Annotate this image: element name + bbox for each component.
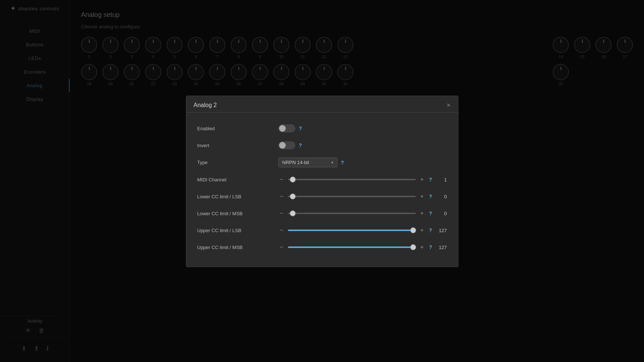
invert-toggle[interactable] — [278, 141, 295, 149]
upper-cc-lsb-value: 127 — [436, 228, 447, 233]
upper-cc-lsb-slider-fill — [288, 230, 416, 231]
midi-channel-plus-btn[interactable]: + — [419, 176, 425, 183]
invert-help-icon[interactable]: ? — [299, 142, 302, 148]
upper-cc-lsb-control: − + ? 127 — [278, 227, 447, 234]
upper-cc-msb-slider-thumb[interactable] — [410, 244, 416, 250]
lower-cc-lsb-help-icon[interactable]: ? — [429, 194, 432, 199]
midi-channel-minus-btn[interactable]: − — [278, 176, 285, 183]
lower-cc-msb-row: Lower CC limit / MSB − + ? 0 — [186, 205, 458, 222]
upper-cc-lsb-slider-container: − + — [278, 227, 425, 234]
lower-cc-msb-slider-track[interactable] — [288, 213, 416, 214]
lower-cc-msb-slider-thumb[interactable] — [290, 210, 296, 216]
lower-cc-lsb-minus-btn[interactable]: − — [278, 193, 285, 200]
type-help-icon[interactable]: ? — [341, 160, 344, 166]
lower-cc-lsb-label: Lower CC limit / LSB — [197, 194, 278, 199]
upper-cc-msb-label: Upper CC limit / MSB — [197, 245, 278, 250]
type-row: Type NRPN 14-bit ▾ ? — [186, 154, 458, 171]
upper-cc-msb-slider-track[interactable] — [288, 246, 416, 248]
midi-channel-control: − + ? 1 — [278, 176, 447, 183]
lower-cc-msb-help-icon[interactable]: ? — [429, 210, 432, 216]
upper-cc-lsb-row: Upper CC limit / LSB − + ? 127 — [186, 222, 458, 239]
lower-cc-msb-label: Lower CC limit / MSB — [197, 211, 278, 216]
upper-cc-lsb-slider-thumb[interactable] — [410, 227, 416, 233]
lower-cc-lsb-value: 0 — [436, 194, 447, 199]
midi-channel-help-icon[interactable]: ? — [429, 177, 432, 182]
analog-config-modal: Analog 2 × Enabled ? Invert ? Type NRPN … — [186, 96, 458, 267]
upper-cc-msb-control: − + ? 127 — [278, 244, 447, 251]
invert-row: Invert ? — [186, 137, 458, 154]
upper-cc-msb-value: 127 — [436, 245, 447, 250]
midi-channel-slider-container: − + — [278, 176, 425, 183]
lower-cc-lsb-slider-thumb[interactable] — [290, 194, 296, 199]
invert-toggle-knob — [279, 142, 286, 149]
upper-cc-msb-slider-fill — [288, 246, 416, 248]
midi-channel-slider-thumb[interactable] — [290, 177, 296, 182]
invert-control: ? — [278, 141, 447, 149]
upper-cc-lsb-plus-btn[interactable]: + — [419, 227, 425, 234]
lower-cc-msb-plus-btn[interactable]: + — [419, 210, 425, 217]
type-dropdown-value: NRPN 14-bit — [282, 160, 309, 165]
lower-cc-lsb-control: − + ? 0 — [278, 193, 447, 200]
type-dropdown[interactable]: NRPN 14-bit ▾ — [278, 157, 337, 167]
modal-title: Analog 2 — [194, 102, 217, 109]
invert-label: Invert — [197, 143, 278, 148]
upper-cc-msb-help-icon[interactable]: ? — [429, 244, 432, 250]
lower-cc-msb-control: − + ? 0 — [278, 210, 447, 217]
type-label: Type — [197, 160, 278, 165]
lower-cc-lsb-plus-btn[interactable]: + — [419, 193, 425, 200]
modal-close-button[interactable]: × — [447, 102, 451, 109]
lower-cc-msb-minus-btn[interactable]: − — [278, 210, 285, 217]
upper-cc-msb-minus-btn[interactable]: − — [278, 244, 285, 251]
enabled-label: Enabled — [197, 126, 278, 131]
midi-channel-slider-track[interactable] — [288, 179, 416, 180]
midi-channel-label: MIDI Channel — [197, 177, 278, 182]
lower-cc-lsb-slider-track[interactable] — [288, 196, 416, 197]
enabled-control: ? — [278, 124, 447, 132]
lower-cc-msb-slider-container: − + — [278, 210, 425, 217]
upper-cc-lsb-help-icon[interactable]: ? — [429, 227, 432, 233]
enabled-row: Enabled ? — [186, 120, 458, 137]
upper-cc-msb-slider-container: − + — [278, 244, 425, 251]
upper-cc-lsb-slider-track[interactable] — [288, 230, 416, 231]
upper-cc-msb-row: Upper CC limit / MSB − + ? 127 — [186, 239, 458, 256]
enabled-toggle[interactable] — [278, 124, 295, 132]
lower-cc-lsb-row: Lower CC limit / LSB − + ? 0 — [186, 188, 458, 205]
lower-cc-msb-value: 0 — [436, 211, 447, 216]
upper-cc-msb-plus-btn[interactable]: + — [419, 244, 425, 251]
enabled-toggle-knob — [279, 125, 286, 132]
midi-channel-row: MIDI Channel − + ? 1 — [186, 171, 458, 188]
lower-cc-lsb-slider-container: − + — [278, 193, 425, 200]
enabled-help-icon[interactable]: ? — [299, 125, 302, 131]
dropdown-arrow-icon: ▾ — [331, 160, 333, 164]
upper-cc-lsb-minus-btn[interactable]: − — [278, 227, 285, 234]
type-control: NRPN 14-bit ▾ ? — [278, 157, 447, 167]
upper-cc-lsb-label: Upper CC limit / LSB — [197, 228, 278, 233]
modal-header: Analog 2 × — [186, 96, 458, 113]
midi-channel-value: 1 — [436, 177, 447, 182]
